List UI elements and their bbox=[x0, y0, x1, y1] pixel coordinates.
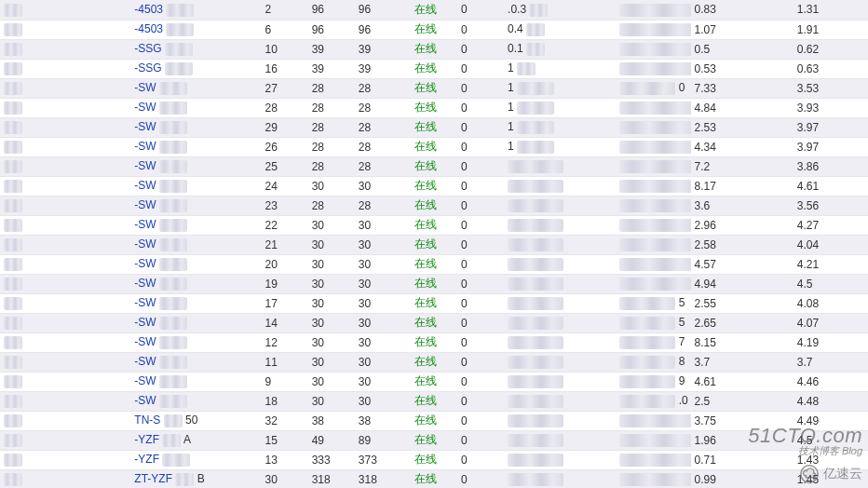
device-link[interactable]: -YZF bbox=[134, 433, 159, 446]
device-link[interactable]: -SW bbox=[134, 120, 156, 133]
cell-name: -SW bbox=[130, 352, 261, 372]
device-link[interactable]: -SW bbox=[134, 374, 156, 387]
device-link[interactable]: -SW bbox=[134, 355, 156, 368]
cell-leading-redacted bbox=[0, 254, 130, 274]
cell-c2: 16 bbox=[262, 59, 308, 78]
cell-c8 bbox=[616, 20, 690, 39]
cell-c9: 0.99 bbox=[691, 469, 793, 488]
table-row[interactable]: -SW 243030在线0 8.174.61 bbox=[0, 176, 868, 196]
cell-c8 bbox=[616, 176, 690, 196]
device-link[interactable]: -SW bbox=[134, 277, 156, 290]
redacted-icon bbox=[619, 375, 675, 388]
table-row[interactable]: -SW 213030在线0 2.584.04 bbox=[0, 235, 868, 254]
table-row[interactable]: -SW 113030在线0 83.73.7 bbox=[0, 352, 868, 372]
table-row[interactable]: -SW 193030在线0 4.944.5 bbox=[0, 274, 868, 293]
cell-c8 bbox=[616, 235, 690, 254]
device-link[interactable]: -SSG bbox=[134, 42, 161, 55]
redacted-icon bbox=[508, 473, 563, 486]
device-link[interactable]: -4503 bbox=[134, 3, 163, 16]
redacted-icon bbox=[619, 297, 675, 310]
cell-leading-redacted bbox=[0, 313, 130, 332]
redacted-icon bbox=[159, 258, 187, 271]
table-row[interactable]: -SW 143030在线0 52.654.07 bbox=[0, 313, 868, 332]
redacted-icon bbox=[619, 102, 690, 115]
device-link[interactable]: -SW bbox=[134, 140, 156, 153]
device-link[interactable]: -SW bbox=[134, 335, 156, 348]
redacted-icon bbox=[619, 180, 690, 193]
cell-c8-visible: 9 bbox=[679, 374, 685, 387]
table-row[interactable]: -SSG 103939在线00.1 0.50.62 bbox=[0, 39, 868, 59]
device-link[interactable]: -SW bbox=[134, 316, 156, 329]
table-row[interactable]: -SW 183030在线0 .02.54.48 bbox=[0, 391, 868, 411]
table-row[interactable]: -SW 272828在线01 07.333.53 bbox=[0, 78, 868, 98]
table-row[interactable]: -SW 262828在线01 4.343.97 bbox=[0, 137, 868, 156]
redacted-icon bbox=[619, 258, 690, 271]
table-row[interactable]: -SW 282828在线01 4.843.93 bbox=[0, 98, 868, 117]
device-name-visible: -SW bbox=[134, 316, 156, 329]
table-row[interactable]: -SW 232828在线0 3.63.56 bbox=[0, 196, 868, 215]
cell-c10: 3.56 bbox=[793, 196, 868, 215]
table-row[interactable]: -YZF 13333373在线0 0.711.43 bbox=[0, 450, 868, 469]
device-link[interactable]: TN-S bbox=[134, 413, 160, 427]
device-link[interactable]: -SSG bbox=[134, 61, 161, 75]
cell-c10: 0.63 bbox=[793, 59, 868, 78]
cell-c3: 318 bbox=[308, 469, 355, 488]
cell-leading-redacted bbox=[0, 391, 130, 411]
redacted-icon bbox=[159, 82, 187, 95]
cell-c3: 28 bbox=[308, 196, 355, 215]
table-row[interactable]: -4503 69696在线00.4 1.071.91 bbox=[0, 20, 868, 39]
table-row[interactable]: -4503 29696在线0.0.3 0.831.31 bbox=[0, 0, 868, 20]
device-link[interactable]: -SW bbox=[134, 101, 156, 114]
table-row[interactable]: -SW 203030在线0 4.574.21 bbox=[0, 254, 868, 274]
redacted-icon bbox=[162, 434, 181, 447]
cell-c4: 28 bbox=[355, 196, 411, 215]
cell-c3: 30 bbox=[308, 372, 355, 391]
redacted-icon bbox=[508, 434, 563, 447]
cell-c6: 0 bbox=[457, 313, 504, 332]
cell-c3: 28 bbox=[308, 156, 355, 176]
device-link[interactable]: -SW bbox=[134, 179, 156, 192]
cell-status: 在线 bbox=[411, 117, 457, 137]
redacted-icon bbox=[508, 375, 563, 388]
device-link[interactable]: -SW bbox=[134, 257, 156, 270]
table-row[interactable]: -SW 173030在线0 52.554.08 bbox=[0, 293, 868, 313]
cell-c2: 11 bbox=[262, 352, 308, 372]
device-link[interactable]: -SW bbox=[134, 198, 156, 211]
cell-c4: 30 bbox=[355, 254, 411, 274]
redacted-icon bbox=[164, 414, 183, 427]
table-row[interactable]: -SW 223030在线0 2.964.27 bbox=[0, 215, 868, 235]
cell-name: -SW bbox=[130, 196, 261, 215]
table-row[interactable]: TN-S 50323838在线0 3.754.49 bbox=[0, 411, 868, 430]
table-row[interactable]: ZT-YZF B30318318在线0 0.991.45 bbox=[0, 469, 868, 488]
device-link[interactable]: -SW bbox=[134, 296, 156, 309]
cell-c2: 6 bbox=[262, 20, 308, 39]
table-row[interactable]: -SW 252828在线0 7.23.86 bbox=[0, 156, 868, 176]
device-link[interactable]: -SW bbox=[134, 159, 156, 172]
table-row[interactable]: -SW 292828在线01 2.533.97 bbox=[0, 117, 868, 137]
cell-c9: 2.5 bbox=[691, 391, 793, 411]
device-name-visible: -SW bbox=[134, 257, 156, 270]
device-link[interactable]: -YZF bbox=[134, 453, 159, 466]
cell-c9: 0.53 bbox=[691, 59, 793, 78]
device-name-visible: -SW bbox=[134, 237, 156, 251]
redacted-icon bbox=[508, 258, 563, 271]
cell-c10: 4.5 bbox=[793, 274, 868, 293]
device-link[interactable]: -SW bbox=[134, 81, 156, 94]
table-row[interactable]: -YZF A154989在线0 1.964.5 bbox=[0, 430, 868, 450]
cell-status: 在线 bbox=[411, 293, 457, 313]
cell-c2: 18 bbox=[262, 391, 308, 411]
cell-c7-visible: 1 bbox=[508, 61, 514, 75]
device-link[interactable]: -SW bbox=[134, 237, 156, 251]
device-link[interactable]: -SW bbox=[134, 218, 156, 231]
table-row[interactable]: -SW 123030在线0 78.154.19 bbox=[0, 332, 868, 352]
table-row[interactable]: -SSG 163939在线01 0.530.63 bbox=[0, 59, 868, 78]
device-link[interactable]: -SW bbox=[134, 394, 156, 407]
device-link[interactable]: ZT-YZF bbox=[134, 472, 172, 485]
cell-c8: 8 bbox=[616, 352, 690, 372]
cell-c8-visible: .0 bbox=[679, 394, 688, 407]
cell-c8-visible: 7 bbox=[679, 335, 685, 348]
table-row[interactable]: -SW 93030在线0 94.614.46 bbox=[0, 372, 868, 391]
cell-c7 bbox=[504, 352, 616, 372]
cell-c7: 1 bbox=[504, 98, 616, 117]
device-link[interactable]: -4503 bbox=[134, 22, 163, 35]
